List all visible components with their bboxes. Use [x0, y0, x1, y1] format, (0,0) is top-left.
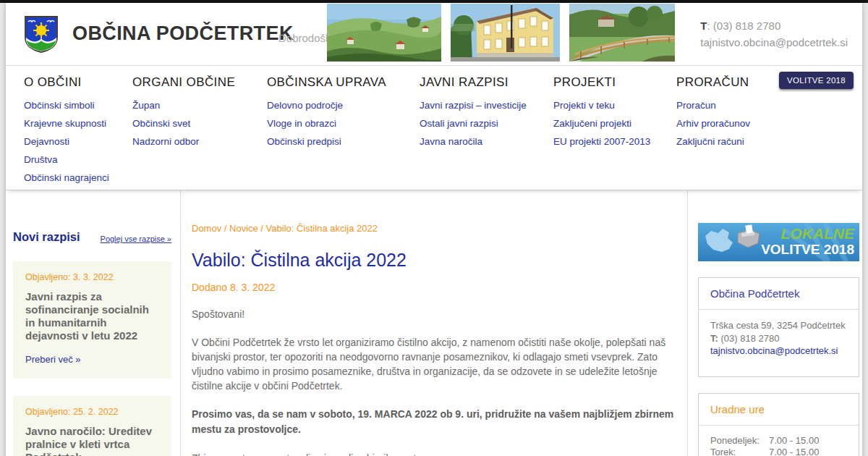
nav-section-organi-obcine: ORGANI OBČINE Župan Občinski svet Nadzor…	[132, 75, 235, 151]
nav-link[interactable]: Dejavnosti	[24, 132, 109, 151]
nav-link[interactable]: Občinski svet	[132, 114, 235, 132]
site-header: OBČINA PODČETRTEK Dobrodošli	[6, 3, 862, 65]
office-hours-row: Ponedeljek: 7.00 - 15.00	[710, 435, 847, 447]
tender-title[interactable]: Javno naročilo: Ureditev pralnice v klet…	[25, 425, 159, 456]
nav-link[interactable]: Javni razpisi – investicije	[420, 96, 527, 114]
nav-section-obcinska-uprava: OBČINSKA UPRAVA Delovno področje Vloge i…	[267, 75, 386, 151]
article-salutation: Spoštovani!	[192, 307, 678, 321]
contact-box-title[interactable]: Občina Podčetrtek	[699, 278, 859, 310]
header-photo-landscape	[327, 4, 441, 62]
nav-link[interactable]: Občinski simboli	[24, 96, 109, 114]
contact-box: Občina Podčetrtek Trška cesta 59, 3254 P…	[698, 277, 859, 377]
header-photo-walking-path	[569, 4, 675, 62]
banner-line1-text: LOKALNE	[781, 225, 855, 242]
nav-link[interactable]: Javna naročila	[420, 132, 527, 151]
nav-heading[interactable]: JAVNI RAZPISI	[420, 75, 527, 90]
nav-link[interactable]: Zaključeni projekti	[553, 114, 650, 132]
nav-heading[interactable]: O OBČINI	[24, 75, 109, 90]
article-main: Domov / Novice / Vabilo: Čistilna akcija…	[181, 190, 688, 456]
article-paragraph-bold: Prosimo vas, da se nam v soboto, 19. MAR…	[192, 407, 678, 437]
contact-address: Trška cesta 59, 3254 Podčetrtek	[710, 319, 847, 332]
nav-section-javni-razpisi: JAVNI RAZPISI Javni razpisi – investicij…	[420, 75, 527, 151]
tender-published-date: Objavljeno: 25. 2. 2022	[25, 407, 159, 417]
nav-section-proracun: PRORAČUN Proračun Arhiv proračunov Zaklj…	[676, 75, 750, 151]
nav-link[interactable]: Delovno področje	[267, 96, 386, 114]
nav-link[interactable]: Vloge in obrazci	[267, 114, 386, 132]
office-hours-box: Uradne ure Ponedeljek: 7.00 - 15.00 Tore…	[698, 393, 859, 456]
tender-card[interactable]: Objavljeno: 3. 3. 2022 Javni razpis za s…	[13, 261, 171, 379]
nav-heading[interactable]: PRORAČUN	[676, 75, 750, 90]
lokalne-volitve-banner[interactable]: LOKALNE VOLITVE 2018	[698, 223, 859, 261]
sidebar-left-title: Novi razpisi	[13, 230, 80, 244]
nav-link[interactable]: Zaključni računi	[676, 132, 750, 151]
contact-phone: T: (03) 818 2780	[710, 332, 847, 345]
article-paragraph: V Občini Podčetrtek že vrsto let organiz…	[192, 335, 678, 393]
tender-title[interactable]: Javni razpis za sofinanciranje socialnih…	[25, 290, 159, 342]
office-hours-title: Uradne ure	[699, 394, 859, 426]
nav-link[interactable]: Društva	[24, 151, 109, 169]
nav-link[interactable]: Občinski nagrajenci	[24, 169, 109, 187]
article-title: Vabilo: Čistilna akcija 2022	[192, 250, 678, 271]
tender-card[interactable]: Objavljeno: 25. 2. 2022 Javno naročilo: …	[13, 396, 171, 456]
content-area: Novi razpisi Poglej vse razpise » Objavl…	[6, 190, 862, 456]
coat-of-arms-icon	[24, 15, 59, 54]
nav-heading[interactable]: ORGANI OBČINE	[132, 75, 235, 90]
nav-link[interactable]: Arhiv proračunov	[676, 114, 750, 132]
article-date: Dodano 8. 3. 2022	[192, 282, 678, 293]
nav-section-projekti: PROJEKTI Projekti v teku Zaključeni proj…	[553, 75, 650, 151]
contact-email-link[interactable]: tajnistvo.obcina@podcetrtek.si	[710, 345, 838, 356]
see-all-tenders-link[interactable]: Poglej vse razpise »	[101, 235, 171, 244]
nav-link[interactable]: Projekti v teku	[553, 96, 650, 114]
page-container: OBČINA PODČETRTEK Dobrodošli	[6, 3, 862, 456]
breadcrumb[interactable]: Domov / Novice / Vabilo: Čistilna akcija…	[192, 223, 678, 234]
volitve-2018-button[interactable]: VOLITVE 2018	[779, 72, 854, 89]
nav-link[interactable]: EU projekti 2007-2013	[553, 132, 650, 151]
header-contact-info: T: (03) 818 2780 tajnistvo.obcina@podcet…	[700, 17, 848, 51]
nav-link[interactable]: Proračun	[676, 96, 750, 114]
read-more-link[interactable]: Preberi več »	[25, 354, 81, 365]
header-photo-strip	[327, 4, 675, 62]
municipality-coat-of-arms-logo[interactable]	[24, 15, 59, 54]
header-phone: T: (03) 818 2780	[700, 17, 848, 34]
office-hours-time: 7.00 - 15.00	[769, 447, 819, 456]
sidebar-right: LOKALNE VOLITVE 2018 Občina Podčetrtek T…	[688, 190, 862, 456]
office-hours-row: Torek: 7.00 - 15.00	[710, 447, 847, 456]
office-hours-day: Torek:	[710, 447, 769, 456]
nav-link[interactable]: Nadzorni odbor	[132, 132, 235, 151]
article-paragraph: Zbirna mesta za prostovoljce in vodje zb…	[192, 451, 678, 456]
main-navigation: O OBČINI Občinski simboli Krajevne skupn…	[6, 65, 862, 190]
header-email[interactable]: tajnistvo.obcina@podcetrtek.si	[700, 34, 848, 51]
sidebar-new-tenders: Novi razpisi Poglej vse razpise » Objavl…	[6, 190, 181, 456]
nav-section-o-obcini: O OBČINI Občinski simboli Krajevne skupn…	[24, 75, 109, 187]
office-hours-day: Ponedeljek:	[710, 435, 769, 447]
welcome-text: Dobrodošli	[278, 32, 331, 44]
nav-link[interactable]: Ostali javni razpisi	[420, 114, 527, 132]
page-title: OBČINA PODČETRTEK	[72, 22, 294, 45]
header-photo-municipal-building	[451, 4, 560, 62]
tender-published-date: Objavljeno: 3. 3. 2022	[25, 272, 159, 282]
nav-heading[interactable]: OBČINSKA UPRAVA	[267, 75, 386, 90]
nav-heading[interactable]: PROJEKTI	[553, 75, 650, 90]
banner-line2-text: VOLITVE 2018	[761, 242, 854, 257]
nav-link[interactable]: Župan	[132, 96, 235, 114]
office-hours-time: 7.00 - 15.00	[769, 435, 819, 447]
nav-link[interactable]: Občinski predpisi	[267, 132, 386, 151]
nav-link[interactable]: Krajevne skupnosti	[24, 114, 109, 132]
